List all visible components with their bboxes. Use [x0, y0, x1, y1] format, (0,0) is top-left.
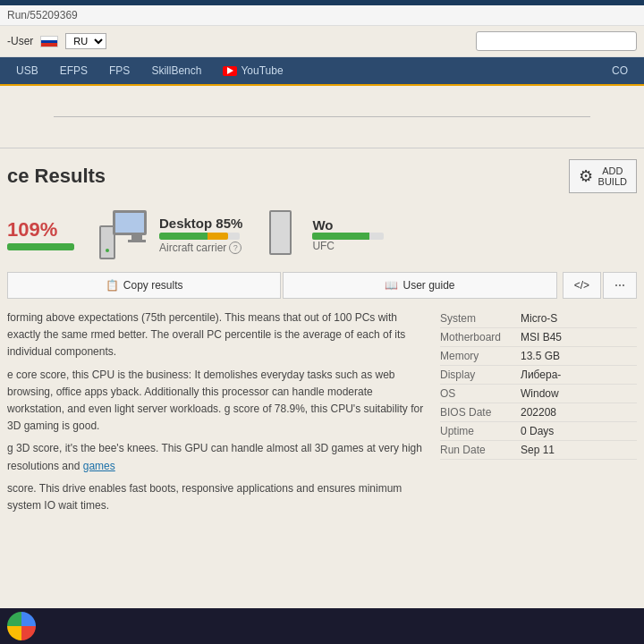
workstation-label: Wo — [312, 217, 333, 233]
sys-value: Window — [521, 387, 637, 400]
desktop-bar-fill — [159, 233, 228, 240]
chrome-icon[interactable] — [7, 612, 36, 640]
right-buttons: </> ⋯ — [563, 272, 637, 299]
desc-area: forming above expectations (75th percent… — [0, 302, 644, 527]
sys-value: Либера- — [521, 369, 637, 381]
ad-area — [0, 86, 644, 148]
youtube-icon — [223, 66, 237, 76]
sys-label: System — [440, 312, 521, 325]
ad-line — [54, 116, 590, 117]
sys-label: OS — [440, 387, 521, 400]
desktop-title: Desktop 85% — [159, 216, 242, 231]
sys-value: MSI B45 — [521, 331, 637, 343]
page-header: ce Results ⚙ ADDBUILD — [0, 148, 644, 200]
taskbar — [0, 608, 644, 644]
action-row: 📋 Copy results 📖 User guide </> ⋯ — [0, 268, 644, 302]
sys-info-row: OS Window — [440, 385, 637, 403]
user-row: -User RU EN — [0, 26, 644, 57]
flag-icon — [40, 36, 58, 47]
system-info: System Micro-S Motherboard MSI B45 Memor… — [440, 309, 637, 520]
yt-play-icon — [227, 67, 233, 74]
add-build-button[interactable]: ⚙ ADDBUILD — [569, 159, 637, 193]
info-icon[interactable]: ? — [229, 242, 242, 254]
results-row: 109% Desktop 85% — [0, 200, 644, 265]
guide-label: User guide — [402, 279, 454, 292]
copy-results-button[interactable]: 📋 Copy results — [7, 272, 281, 299]
sys-label: Display — [440, 369, 521, 381]
sys-info-row: Display Либера- — [440, 366, 637, 385]
search-input[interactable] — [476, 31, 637, 51]
score-block: 109% — [7, 218, 79, 250]
desktop-bar — [159, 233, 240, 240]
ws-bar-fill — [312, 233, 369, 240]
nav-bar: USB EFPS FPS SkillBench YouTube CO — [0, 57, 644, 86]
sys-info-row: Memory 13.5 GB — [440, 347, 637, 366]
ws-bar — [312, 233, 384, 240]
nav-efps[interactable]: EFPS — [51, 61, 97, 80]
sys-label: Memory — [440, 350, 521, 362]
user-guide-button[interactable]: 📖 User guide — [283, 272, 556, 299]
desktop-subtitle: Aircraft carrier ? — [159, 242, 242, 254]
lang-select[interactable]: RU EN — [65, 33, 106, 49]
desktop-image — [97, 208, 150, 261]
sys-info-row: Motherboard MSI B45 — [440, 328, 637, 347]
sys-value: 0 Days — [521, 425, 637, 437]
url-text: Run/55209369 — [7, 9, 78, 21]
sys-value: 13.5 GB — [521, 350, 637, 362]
pc-base — [128, 240, 146, 242]
add-build-label: ADDBUILD — [598, 165, 627, 187]
page-title: ce Results — [7, 165, 106, 188]
desc-para3: g 3D score, it's the bee's knees. This G… — [7, 440, 426, 474]
score-bar — [7, 243, 74, 250]
score-bar-fill — [7, 243, 74, 250]
tools-icon: ⚙ — [579, 166, 593, 186]
pc-monitor — [113, 210, 147, 235]
workstation-block: Wo UFC — [269, 210, 384, 259]
sys-label: BIOS Date — [440, 406, 521, 419]
sys-label: Uptime — [440, 425, 521, 437]
desktop-info: Desktop 85% Aircraft carrier ? — [159, 216, 242, 254]
user-label: -User — [7, 35, 33, 47]
workstation-info: Wo UFC — [312, 217, 384, 252]
desc-para1: forming above expectations (75th percent… — [7, 309, 426, 361]
guide-icon: 📖 — [385, 279, 398, 292]
extra-label: ⋯ — [614, 279, 625, 292]
nav-fps[interactable]: FPS — [100, 61, 139, 80]
sys-label: Motherboard — [440, 331, 521, 343]
ws-tower — [269, 210, 292, 255]
games-link[interactable]: games — [83, 460, 115, 472]
url-bar: Run/55209369 — [0, 5, 644, 26]
sys-value: Sep 11 — [521, 444, 637, 456]
sys-info-row: Uptime 0 Days — [440, 422, 637, 441]
workstation-subtitle: UFC — [312, 240, 384, 252]
pc-tower-light — [106, 249, 109, 252]
embed-label: </> — [574, 279, 589, 292]
sys-value: 202208 — [521, 406, 637, 419]
copy-label: Copy results — [123, 279, 183, 292]
sys-info-row: BIOS Date 202208 — [440, 403, 637, 422]
nav-skillbench[interactable]: SkillBench — [142, 61, 210, 80]
workstation-icon — [269, 210, 305, 259]
sys-info-row: Run Date Sep 11 — [440, 441, 637, 460]
extra-button[interactable]: ⋯ — [603, 272, 637, 299]
sys-value: Micro-S — [521, 312, 637, 325]
nav-usb[interactable]: USB — [7, 61, 47, 80]
description-text: forming above expectations (75th percent… — [7, 309, 440, 520]
pc-icon — [99, 210, 148, 259]
sys-label: Run Date — [440, 444, 521, 456]
desc-para4: score. This drive enables fast boots, re… — [7, 480, 426, 514]
copy-icon: 📋 — [106, 279, 119, 292]
results-wrapper: 109% Desktop 85% — [0, 200, 644, 265]
sys-info-row: System Micro-S — [440, 309, 637, 328]
nav-right: CO — [603, 61, 637, 80]
nav-youtube[interactable]: YouTube — [214, 61, 292, 80]
score-percent: 109% — [7, 218, 57, 242]
desc-para2: e core score, this CPU is the business: … — [7, 367, 426, 436]
embed-button[interactable]: </> — [563, 272, 601, 299]
desktop-block: Desktop 85% Aircraft carrier ? — [97, 208, 242, 261]
